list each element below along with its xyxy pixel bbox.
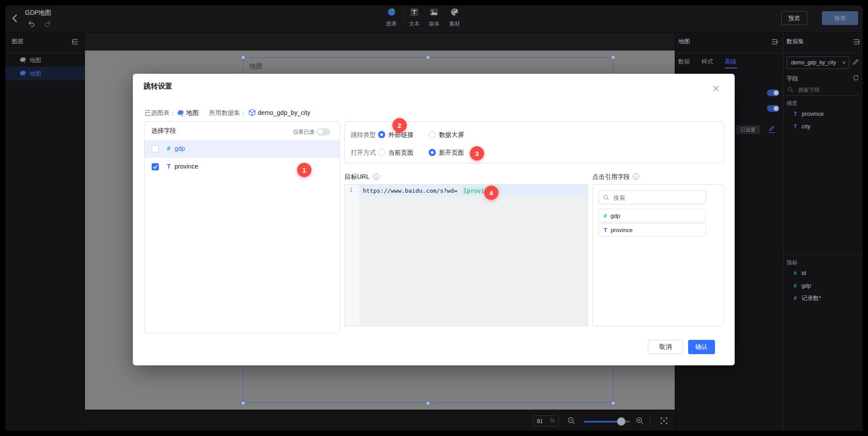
dataset-select[interactable]: demo_gdp_by_city bbox=[787, 56, 849, 69]
field-select-header: 选择字段 bbox=[151, 127, 176, 135]
dimension-item-province[interactable]: T province bbox=[794, 110, 861, 118]
collapse-panel-icon[interactable] bbox=[72, 39, 79, 45]
resize-handle[interactable] bbox=[611, 55, 615, 59]
editor-line-number: 1 bbox=[349, 187, 353, 193]
new-page-radio[interactable] bbox=[429, 149, 436, 156]
confirm-button[interactable]: 确认 bbox=[688, 340, 715, 354]
zoom-slider-knob[interactable] bbox=[617, 417, 625, 426]
collapse-panel-icon[interactable] bbox=[771, 39, 778, 45]
cancel-button[interactable]: 取消 bbox=[648, 340, 683, 354]
dialog-title: 跳转设置 bbox=[144, 82, 172, 91]
layer-item-label: 地图 bbox=[30, 56, 41, 64]
jump-configured-badge: 已设置 bbox=[736, 125, 760, 134]
preview-button[interactable]: 预览 bbox=[781, 11, 807, 25]
zoom-percent-input[interactable] bbox=[536, 417, 549, 426]
numeric-field-icon: # bbox=[794, 295, 797, 301]
tool-material-label: 素材 bbox=[447, 20, 463, 28]
dimension-item-city[interactable]: T city bbox=[794, 122, 861, 130]
text-field-icon: T bbox=[604, 227, 607, 233]
map-panel-divider bbox=[675, 53, 783, 53]
resize-handle[interactable] bbox=[241, 401, 245, 405]
resize-handle[interactable] bbox=[611, 401, 615, 405]
current-page-radio[interactable] bbox=[378, 149, 385, 156]
resize-handle[interactable] bbox=[426, 401, 430, 405]
redo-icon[interactable] bbox=[44, 21, 51, 27]
map-layer-icon bbox=[19, 70, 26, 76]
only-selected-toggle[interactable] bbox=[317, 128, 330, 135]
dataset-cube-icon bbox=[248, 109, 256, 116]
reference-field-province[interactable]: T province bbox=[599, 223, 706, 237]
metric-name: id bbox=[801, 270, 806, 276]
used-dataset-value: demo_gdp_by_city bbox=[258, 109, 311, 116]
canvas-bottom-bar bbox=[85, 410, 675, 431]
tab-style[interactable]: 样式 bbox=[702, 58, 713, 66]
close-icon[interactable] bbox=[712, 85, 719, 92]
palette-icon bbox=[450, 8, 459, 17]
layers-panel-title: 图层 bbox=[12, 38, 23, 46]
tool-media-label: 媒体 bbox=[426, 20, 442, 28]
numeric-field-icon: # bbox=[794, 270, 797, 276]
current-page-label: 当前页面 bbox=[388, 149, 413, 157]
step-badge-4: 4 bbox=[484, 186, 498, 200]
bottom-bar-divider bbox=[650, 417, 651, 424]
tool-chart-label: 图表 bbox=[383, 20, 400, 28]
tool-material[interactable]: 素材 bbox=[447, 7, 463, 28]
dashboard-label: 数据大屏 bbox=[439, 131, 464, 139]
undo-icon[interactable] bbox=[28, 21, 35, 27]
layer-item-map-1[interactable]: 地图 bbox=[5, 53, 85, 67]
resize-handle[interactable] bbox=[426, 55, 430, 59]
field-search[interactable] bbox=[787, 84, 859, 96]
zoom-out-icon[interactable] bbox=[567, 417, 575, 425]
zoom-in-icon[interactable] bbox=[636, 417, 644, 425]
metric-item-id[interactable]: # id bbox=[794, 269, 861, 277]
reference-field-gdp[interactable]: # gdp bbox=[599, 209, 706, 222]
tool-text[interactable]: 文本 bbox=[406, 7, 422, 28]
advanced-toggle-1[interactable] bbox=[767, 89, 779, 96]
edit-jump-icon[interactable] bbox=[769, 126, 774, 133]
reference-search-input[interactable] bbox=[613, 193, 704, 203]
field-name-gdp: gdp bbox=[174, 145, 185, 152]
dimensions-label: 维度 bbox=[787, 100, 797, 107]
metric-item-gdp[interactable]: # gdp bbox=[794, 281, 861, 289]
save-button[interactable]: 保存 bbox=[822, 11, 858, 25]
dimension-name: city bbox=[802, 123, 811, 130]
field-row-gdp[interactable]: # gdp bbox=[145, 140, 340, 158]
pie-chart-icon bbox=[387, 8, 396, 17]
selected-chart-value: 地图 bbox=[186, 109, 199, 117]
metric-item-count[interactable]: # 记录数* bbox=[794, 294, 861, 302]
text-field-icon: T bbox=[794, 123, 797, 130]
only-selected-label: 仅看已选 bbox=[293, 128, 315, 136]
new-page-label: 新开页面 bbox=[439, 149, 464, 157]
step-badge-3: 3 bbox=[470, 146, 484, 161]
fit-screen-icon[interactable] bbox=[660, 417, 668, 425]
collapse-panel-icon[interactable] bbox=[853, 39, 860, 45]
edit-dataset-icon[interactable] bbox=[852, 59, 859, 65]
dimension-name: province bbox=[802, 110, 824, 117]
map-layer-icon bbox=[19, 57, 26, 63]
metric-name: gdp bbox=[801, 282, 811, 289]
tab-data[interactable]: 数据 bbox=[678, 58, 690, 66]
tool-chart[interactable]: 图表 bbox=[383, 7, 400, 28]
toolbar-divider bbox=[404, 11, 404, 21]
used-dataset-label: 所用数据集： bbox=[209, 109, 247, 117]
text-field-icon: T bbox=[794, 111, 797, 117]
field-search-input[interactable] bbox=[797, 85, 857, 94]
metrics-label: 指标 bbox=[787, 259, 797, 267]
reference-search[interactable] bbox=[599, 190, 706, 204]
url-editor[interactable]: 1 https://www.baidu.com/s?wd= [province] bbox=[345, 184, 588, 326]
dashboard-radio[interactable] bbox=[429, 131, 436, 138]
gdp-checkbox[interactable] bbox=[152, 145, 159, 152]
dataset-panel-title: 数据集 bbox=[787, 38, 804, 46]
resize-handle[interactable] bbox=[241, 55, 245, 59]
tool-media[interactable]: 媒体 bbox=[426, 7, 442, 28]
back-icon[interactable] bbox=[12, 13, 18, 23]
layer-item-map-2[interactable]: 地图 bbox=[5, 67, 85, 80]
external-link-radio[interactable] bbox=[378, 131, 385, 138]
map-panel-title: 地图 bbox=[678, 38, 690, 46]
province-checkbox[interactable] bbox=[152, 163, 159, 170]
refresh-icon[interactable] bbox=[853, 75, 859, 81]
reference-field-name: gdp bbox=[610, 212, 620, 219]
tab-advanced[interactable]: 高级 bbox=[725, 58, 736, 66]
text-tool-icon bbox=[410, 8, 419, 17]
advanced-toggle-2[interactable] bbox=[767, 105, 779, 112]
